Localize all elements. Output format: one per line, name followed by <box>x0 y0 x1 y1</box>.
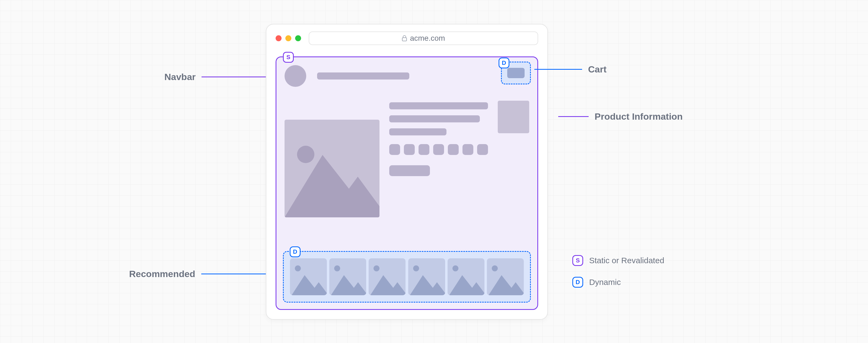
callout-recommended: Recommended <box>129 269 275 279</box>
thumb-placeholder <box>498 101 529 133</box>
recommended-card <box>408 258 445 295</box>
product-information-region <box>284 101 529 217</box>
legend-static-label: Static or Revalidated <box>589 256 664 265</box>
legend-dynamic-label: Dynamic <box>589 278 621 287</box>
recommended-region: D <box>283 251 531 303</box>
navbar-region <box>284 64 529 88</box>
connector-line <box>201 274 275 274</box>
legend-row-static: S Static or Revalidated <box>572 255 664 266</box>
address-bar: acme.com <box>309 31 538 45</box>
maximize-icon <box>295 35 301 41</box>
address-bar-url: acme.com <box>410 34 445 42</box>
chip-placeholder <box>448 144 459 155</box>
chip-placeholder <box>404 144 415 155</box>
connector-line <box>202 76 272 77</box>
static-badge-icon: S <box>283 52 294 63</box>
callout-navbar-label: Navbar <box>164 72 195 82</box>
static-badge-icon: S <box>572 255 583 266</box>
recommended-card <box>487 258 524 295</box>
cart-placeholder <box>507 68 525 78</box>
text-placeholder <box>389 128 446 135</box>
recommended-card <box>290 258 327 295</box>
diagram-canvas: Navbar Recommended acme.com S <box>0 0 868 343</box>
recommended-card <box>329 258 366 295</box>
callout-cart-label: Cart <box>588 64 607 74</box>
nav-placeholder <box>317 72 409 80</box>
dynamic-badge-icon: D <box>572 277 583 288</box>
svg-rect-0 <box>402 38 407 41</box>
callout-product: Product Information <box>558 111 683 122</box>
logo-placeholder <box>284 65 306 87</box>
button-placeholder <box>389 165 430 176</box>
legend-row-dynamic: D Dynamic <box>572 277 664 288</box>
minimize-icon <box>285 35 291 41</box>
chip-placeholder <box>389 144 400 155</box>
connector-line <box>534 69 582 70</box>
dynamic-badge-icon: D <box>290 246 301 257</box>
browser-window: acme.com S D <box>266 24 548 320</box>
text-placeholder <box>389 115 480 122</box>
close-icon <box>276 35 282 41</box>
static-region: S D <box>276 57 538 310</box>
recommended-card <box>447 258 485 295</box>
browser-titlebar: acme.com <box>267 24 547 50</box>
chip-placeholder <box>418 144 429 155</box>
option-chips <box>389 144 488 155</box>
image-placeholder-icon <box>284 120 379 217</box>
text-placeholder <box>389 102 488 110</box>
cart-region: D <box>501 62 531 84</box>
callout-recommended-label: Recommended <box>129 269 195 279</box>
chip-placeholder <box>433 144 444 155</box>
lock-icon <box>402 35 407 41</box>
legend: S Static or Revalidated D Dynamic <box>572 255 664 288</box>
recommended-card <box>369 258 405 295</box>
callout-cart: Cart <box>534 64 607 74</box>
product-info-col <box>389 101 488 217</box>
callout-navbar: Navbar <box>164 72 272 82</box>
chip-placeholder <box>463 144 473 155</box>
connector-line <box>558 116 589 117</box>
chip-placeholder <box>477 144 488 155</box>
callout-product-label: Product Information <box>595 111 683 122</box>
dynamic-badge-icon: D <box>499 58 509 68</box>
traffic-lights <box>276 35 301 41</box>
